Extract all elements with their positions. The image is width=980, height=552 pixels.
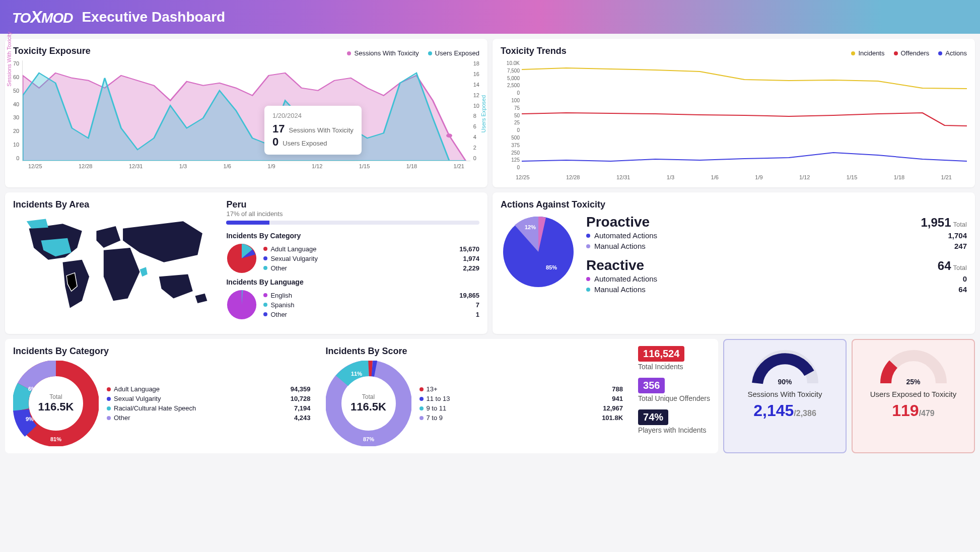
svg-text:12%: 12% — [525, 224, 536, 230]
exposure-title: Toxicity Exposure — [13, 46, 91, 56]
panel-toxicity-exposure: Toxicity Exposure Sessions With Toxicity… — [5, 39, 487, 187]
trends-legend: Incidents Offenders Actions — [851, 49, 967, 57]
trends-sparkline-actions[interactable]: 5003752501250 — [501, 135, 967, 170]
badge-total-incidents: 116,524 — [638, 346, 684, 362]
pie-country-category[interactable] — [226, 243, 257, 274]
panel-actions-against-toxicity: Actions Against Toxicity 85% 12% Proacti… — [493, 192, 975, 334]
badge-players-with-incidents: 74% — [638, 409, 668, 425]
world-map[interactable] — [13, 214, 218, 325]
svg-text:85%: 85% — [546, 264, 557, 270]
svg-point-0 — [446, 133, 452, 137]
exposure-chart[interactable]: Sessions With Toxicity 706050403020100 1… — [13, 60, 479, 161]
svg-text:9%: 9% — [26, 416, 34, 422]
badge-unique-offenders: 356 — [638, 378, 665, 393]
exposure-tooltip: 1/20/2024 17Sessions With Toxicity 0User… — [264, 106, 362, 155]
trends-sparkline-incidents[interactable]: 10.0K7,5005,0002,5000 — [501, 60, 967, 96]
panel-toxicity-trends: Toxicity Trends Incidents Offenders Acti… — [493, 39, 975, 187]
donut-by-score[interactable]: 87% 11% Total116.5K — [326, 361, 411, 446]
gauge-sessions-with-toxicity[interactable]: 90% Sessions With Toxicity 2,145/2,386 — [723, 339, 847, 453]
svg-text:81%: 81% — [50, 436, 61, 442]
app-logo: TOXMOD — [12, 7, 73, 27]
svg-text:11%: 11% — [351, 371, 362, 377]
panel-incidents-by-area: Incidents By Area Peru 17 — [5, 192, 487, 334]
selected-country: Peru — [226, 199, 479, 210]
gauge-users-exposed[interactable]: 25% Users Exposed to Toxicity 119/479 — [852, 339, 975, 453]
donut-by-category[interactable]: 81% 9% 6% Total116.5K — [13, 361, 99, 446]
panel-bottom-stats: Incidents By Category 81% 9% 6% Total116… — [5, 339, 718, 453]
trends-title: Toxicity Trends — [501, 46, 567, 56]
country-progress — [226, 221, 479, 225]
app-header: TOXMOD Executive Dashboard — [0, 0, 980, 34]
country-pct: 17% of all incidents — [226, 210, 479, 218]
summary-stats: 116,524Total Incidents 356Total Unique O… — [638, 346, 710, 446]
trends-sparkline-offenders[interactable]: 1007550250 — [501, 98, 967, 133]
svg-text:87%: 87% — [363, 436, 374, 442]
pie-country-language[interactable] — [226, 289, 257, 320]
exposure-legend: Sessions With Toxicity Users Exposed — [347, 49, 479, 57]
pie-actions[interactable]: 85% 12% — [501, 214, 576, 290]
svg-text:6%: 6% — [28, 386, 36, 392]
map-title: Incidents By Area — [13, 199, 218, 210]
page-title: Executive Dashboard — [82, 9, 225, 25]
